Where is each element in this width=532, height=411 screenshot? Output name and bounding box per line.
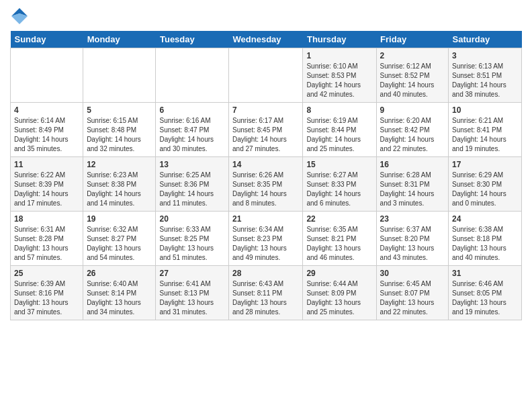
calendar-cell: 2Sunrise: 6:12 AM Sunset: 8:52 PM Daylig… — [376, 48, 448, 103]
day-number: 18 — [14, 214, 79, 224]
day-info: Sunrise: 6:13 AM Sunset: 8:51 PM Dayligh… — [452, 62, 518, 99]
calendar-week-row: 4Sunrise: 6:14 AM Sunset: 8:49 PM Daylig… — [11, 103, 522, 157]
day-number: 4 — [14, 105, 79, 115]
calendar-cell: 9Sunrise: 6:20 AM Sunset: 8:42 PM Daylig… — [376, 103, 448, 157]
calendar-cell: 4Sunrise: 6:14 AM Sunset: 8:49 PM Daylig… — [11, 103, 83, 157]
weekday-header: Tuesday — [156, 31, 229, 48]
calendar-cell: 7Sunrise: 6:17 AM Sunset: 8:45 PM Daylig… — [229, 103, 303, 157]
day-info: Sunrise: 6:43 AM Sunset: 8:11 PM Dayligh… — [232, 279, 299, 317]
weekday-header: Wednesday — [229, 31, 303, 48]
day-info: Sunrise: 6:45 AM Sunset: 8:07 PM Dayligh… — [380, 279, 445, 317]
day-number: 2 — [380, 51, 445, 60]
day-info: Sunrise: 6:10 AM Sunset: 8:53 PM Dayligh… — [306, 62, 372, 99]
header — [10, 7, 522, 26]
calendar-body: 1Sunrise: 6:10 AM Sunset: 8:53 PM Daylig… — [11, 48, 522, 320]
day-number: 11 — [14, 160, 79, 169]
calendar-cell: 17Sunrise: 6:29 AM Sunset: 8:30 PM Dayli… — [449, 157, 522, 212]
weekday-header: Saturday — [449, 31, 522, 48]
calendar-cell: 28Sunrise: 6:43 AM Sunset: 8:11 PM Dayli… — [229, 266, 303, 320]
calendar-cell: 15Sunrise: 6:27 AM Sunset: 8:33 PM Dayli… — [303, 157, 376, 212]
day-info: Sunrise: 6:16 AM Sunset: 8:47 PM Dayligh… — [159, 116, 225, 154]
weekday-header: Thursday — [303, 31, 376, 48]
day-info: Sunrise: 6:14 AM Sunset: 8:49 PM Dayligh… — [14, 116, 79, 154]
day-info: Sunrise: 6:26 AM Sunset: 8:35 PM Dayligh… — [232, 171, 299, 208]
day-info: Sunrise: 6:31 AM Sunset: 8:28 PM Dayligh… — [14, 225, 79, 263]
page-container: SundayMondayTuesdayWednesdayThursdayFrid… — [0, 0, 532, 327]
day-info: Sunrise: 6:27 AM Sunset: 8:33 PM Dayligh… — [306, 171, 372, 208]
calendar-cell: 31Sunrise: 6:46 AM Sunset: 8:05 PM Dayli… — [449, 266, 522, 320]
calendar-cell: 8Sunrise: 6:19 AM Sunset: 8:44 PM Daylig… — [303, 103, 376, 157]
day-info: Sunrise: 6:46 AM Sunset: 8:05 PM Dayligh… — [452, 279, 518, 317]
day-info: Sunrise: 6:29 AM Sunset: 8:30 PM Dayligh… — [452, 171, 518, 208]
day-number: 3 — [452, 51, 518, 60]
calendar-cell — [156, 48, 229, 103]
day-number: 7 — [232, 105, 299, 115]
day-number: 10 — [452, 105, 518, 115]
calendar-cell: 10Sunrise: 6:21 AM Sunset: 8:41 PM Dayli… — [449, 103, 522, 157]
day-info: Sunrise: 6:15 AM Sunset: 8:48 PM Dayligh… — [87, 116, 152, 154]
calendar-cell: 1Sunrise: 6:10 AM Sunset: 8:53 PM Daylig… — [303, 48, 376, 103]
calendar-cell: 20Sunrise: 6:33 AM Sunset: 8:25 PM Dayli… — [156, 212, 229, 266]
header-row: SundayMondayTuesdayWednesdayThursdayFrid… — [11, 31, 522, 48]
calendar-cell: 30Sunrise: 6:45 AM Sunset: 8:07 PM Dayli… — [376, 266, 448, 320]
day-number: 8 — [306, 105, 372, 115]
calendar-cell: 11Sunrise: 6:22 AM Sunset: 8:39 PM Dayli… — [11, 157, 83, 212]
day-info: Sunrise: 6:39 AM Sunset: 8:16 PM Dayligh… — [14, 279, 79, 317]
day-info: Sunrise: 6:34 AM Sunset: 8:23 PM Dayligh… — [232, 225, 299, 263]
calendar-cell — [11, 48, 83, 103]
day-number: 1 — [306, 51, 372, 60]
day-info: Sunrise: 6:28 AM Sunset: 8:31 PM Dayligh… — [380, 171, 445, 208]
calendar-cell: 18Sunrise: 6:31 AM Sunset: 8:28 PM Dayli… — [11, 212, 83, 266]
day-number: 12 — [87, 160, 152, 169]
calendar-cell: 12Sunrise: 6:23 AM Sunset: 8:38 PM Dayli… — [83, 157, 156, 212]
calendar-cell: 25Sunrise: 6:39 AM Sunset: 8:16 PM Dayli… — [11, 266, 83, 320]
day-number: 21 — [232, 214, 299, 224]
calendar-cell — [83, 48, 156, 103]
weekday-header: Monday — [83, 31, 156, 48]
calendar-cell: 5Sunrise: 6:15 AM Sunset: 8:48 PM Daylig… — [83, 103, 156, 157]
day-info: Sunrise: 6:41 AM Sunset: 8:13 PM Dayligh… — [159, 279, 225, 317]
day-number: 20 — [159, 214, 225, 224]
day-number: 9 — [380, 105, 445, 115]
day-number: 14 — [232, 160, 299, 169]
calendar-cell: 23Sunrise: 6:37 AM Sunset: 8:20 PM Dayli… — [376, 212, 448, 266]
weekday-header: Friday — [376, 31, 448, 48]
day-info: Sunrise: 6:20 AM Sunset: 8:42 PM Dayligh… — [380, 116, 445, 154]
calendar-week-row: 11Sunrise: 6:22 AM Sunset: 8:39 PM Dayli… — [11, 157, 522, 212]
logo — [10, 7, 32, 26]
day-info: Sunrise: 6:25 AM Sunset: 8:36 PM Dayligh… — [159, 171, 225, 208]
day-info: Sunrise: 6:23 AM Sunset: 8:38 PM Dayligh… — [87, 171, 152, 208]
day-info: Sunrise: 6:40 AM Sunset: 8:14 PM Dayligh… — [87, 279, 152, 317]
calendar-cell — [229, 48, 303, 103]
day-info: Sunrise: 6:21 AM Sunset: 8:41 PM Dayligh… — [452, 116, 518, 154]
day-number: 5 — [87, 105, 152, 115]
calendar-header: SundayMondayTuesdayWednesdayThursdayFrid… — [11, 31, 522, 48]
logo-icon — [10, 7, 29, 26]
day-info: Sunrise: 6:19 AM Sunset: 8:44 PM Dayligh… — [306, 116, 372, 154]
calendar-cell: 6Sunrise: 6:16 AM Sunset: 8:47 PM Daylig… — [156, 103, 229, 157]
day-number: 29 — [306, 269, 372, 278]
day-info: Sunrise: 6:35 AM Sunset: 8:21 PM Dayligh… — [306, 225, 372, 263]
day-number: 26 — [87, 269, 152, 278]
day-info: Sunrise: 6:32 AM Sunset: 8:27 PM Dayligh… — [87, 225, 152, 263]
calendar-cell: 24Sunrise: 6:38 AM Sunset: 8:18 PM Dayli… — [449, 212, 522, 266]
day-info: Sunrise: 6:37 AM Sunset: 8:20 PM Dayligh… — [380, 225, 445, 263]
calendar-cell: 29Sunrise: 6:44 AM Sunset: 8:09 PM Dayli… — [303, 266, 376, 320]
day-info: Sunrise: 6:22 AM Sunset: 8:39 PM Dayligh… — [14, 171, 79, 208]
calendar-cell: 13Sunrise: 6:25 AM Sunset: 8:36 PM Dayli… — [156, 157, 229, 212]
day-number: 6 — [159, 105, 225, 115]
day-number: 30 — [380, 269, 445, 278]
calendar-table: SundayMondayTuesdayWednesdayThursdayFrid… — [10, 31, 522, 320]
day-number: 25 — [14, 269, 79, 278]
calendar-cell: 19Sunrise: 6:32 AM Sunset: 8:27 PM Dayli… — [83, 212, 156, 266]
calendar-week-row: 25Sunrise: 6:39 AM Sunset: 8:16 PM Dayli… — [11, 266, 522, 320]
day-number: 19 — [87, 214, 152, 224]
calendar-cell: 3Sunrise: 6:13 AM Sunset: 8:51 PM Daylig… — [449, 48, 522, 103]
day-info: Sunrise: 6:17 AM Sunset: 8:45 PM Dayligh… — [232, 116, 299, 154]
day-number: 16 — [380, 160, 445, 169]
calendar-cell: 16Sunrise: 6:28 AM Sunset: 8:31 PM Dayli… — [376, 157, 448, 212]
calendar-week-row: 1Sunrise: 6:10 AM Sunset: 8:53 PM Daylig… — [11, 48, 522, 103]
calendar-cell: 22Sunrise: 6:35 AM Sunset: 8:21 PM Dayli… — [303, 212, 376, 266]
day-number: 27 — [159, 269, 225, 278]
calendar-cell: 21Sunrise: 6:34 AM Sunset: 8:23 PM Dayli… — [229, 212, 303, 266]
